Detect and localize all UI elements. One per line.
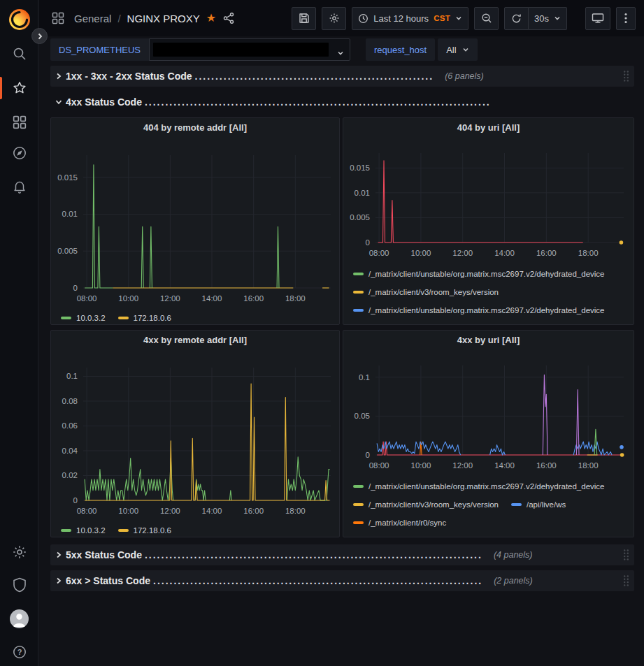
series-line [490,445,506,456]
grafana-dashboard: { "header": { "breadcrumb": { "section":… [0,0,644,666]
y-axis-tick: 0.015 [350,164,370,172]
y-axis-tick: 0.02 [62,471,78,479]
legend-item[interactable]: /_matrix/client/r0/sync [353,514,446,532]
sidebar-expand-button[interactable] [31,28,48,44]
legend-item[interactable]: /_matrix/client/v3/room_keys/version [353,283,499,301]
sidebar-item-configuration[interactable] [0,538,38,566]
dashboard-settings-button[interactable] [322,7,346,30]
sidebar-item-profile[interactable] [0,605,38,632]
drag-handle-icon [622,549,630,561]
gear-icon [329,13,340,24]
y-axis-tick: 0.05 [355,412,370,420]
zoom-out-icon [481,13,492,24]
chevron-right-icon [55,577,63,585]
chevron-down-icon [455,15,462,22]
chevron-right-icon [36,33,43,40]
request-host-value: All [446,45,456,55]
refresh-button[interactable] [504,7,529,30]
series-line [287,457,329,500]
x-axis-tick: 12:00 [452,249,473,257]
legend-swatch [511,503,522,506]
panel-legend: /_matrix/client/unstable/org.matrix.msc2… [343,477,634,537]
configuration-gear-icon [12,544,27,560]
legend-item[interactable]: /sw.js [511,319,546,325]
top-navbar: General / NGINX PROXY ★ Last 12 hours CS… [39,0,644,36]
refresh-interval-dropdown[interactable]: 30s [529,7,567,30]
request-host-variable-select[interactable]: All [438,38,477,61]
row-5xx[interactable]: 5xx Status Code ........................… [50,544,634,565]
legend-item[interactable]: /_matrix/client/unstable/org.matrix.msc2… [353,265,605,283]
grafana-logo-icon [9,9,30,30]
row-drag-handle[interactable] [622,574,630,587]
dashboard-title[interactable]: NGINX PROXY [127,13,200,24]
tv-mode-button[interactable] [585,7,610,30]
row-4xx[interactable]: 4xx Status Code ........................… [50,92,634,112]
time-range-label: Last 12 hours [373,13,429,24]
sidebar-item-alerting[interactable] [0,173,38,201]
y-axis-tick: 0.005 [57,247,78,255]
svg-text:?: ? [17,648,22,656]
legend-item[interactable]: 172.18.0.6 [118,523,171,537]
x-axis-tick: 10:00 [411,249,431,257]
series-line [141,226,143,288]
series-line [85,165,113,288]
share-icon[interactable] [222,12,235,24]
legend-swatch [353,485,364,488]
chevron-down-icon [462,46,469,53]
panel-legend: /_matrix/client/unstable/org.matrix.msc2… [343,265,634,325]
panel-title[interactable]: 4xx by uri [All] [343,331,634,350]
save-dashboard-button[interactable] [292,7,316,30]
legend-item[interactable]: 10.0.3.2 [61,523,106,537]
chevron-down-icon [55,98,63,106]
redacted-value [153,43,329,57]
legend-item[interactable]: /_matrix/client/v3/room_keys/version [353,319,499,325]
panel-4xx-by-remote-addr: 4xx by remote addr [All] 08:0010:0012:00… [50,330,340,537]
help-icon: ? [12,644,27,660]
alerting-bell-icon [12,179,27,194]
row-panel-count: (4 panels) [494,550,533,560]
legend-item[interactable]: /_matrix/client/unstable/org.matrix.msc2… [353,477,605,495]
panel-title[interactable]: 4xx by remote addr [All] [51,331,339,350]
legend-item[interactable]: /_matrix/client/v3/room_keys/version [353,495,499,514]
sidebar-item-explore[interactable] [0,139,38,167]
series-point [620,453,624,457]
sidebar-item-dashboards[interactable] [0,108,38,136]
x-axis-tick: 10:00 [118,507,138,515]
legend-item[interactable]: /_matrix/client/unstable/org.matrix.msc2… [353,532,605,537]
row-6xx[interactable]: 6xx > Status Code ......................… [50,570,634,591]
grafana-logo[interactable] [0,6,38,34]
row-drag-handle[interactable] [622,549,630,561]
zoom-out-time-button[interactable] [474,7,499,30]
legend-item[interactable]: /_matrix/client/unstable/org.matrix.msc2… [353,301,605,319]
legend-swatch [353,521,364,524]
series-point [620,445,624,449]
time-range-picker[interactable]: Last 12 hours CST [352,7,468,30]
favorite-star-icon[interactable]: ★ [206,13,216,24]
request-host-variable-label: request_host [366,38,435,61]
x-axis-tick: 14:00 [494,461,515,470]
datasource-variable-select[interactable] [149,38,350,61]
y-axis-tick: 0.08 [62,397,78,405]
apps-grid-icon [52,12,64,24]
sidebar-item-server-admin[interactable] [0,571,38,599]
chart-4xx-by-uri: 08:0010:0012:0014:0016:0018:0000.050.1 [343,350,632,476]
row-1xx-3xx-2xx[interactable]: 1xx - 3xx - 2xx Status Code ............… [50,66,634,87]
x-axis-tick: 10:00 [411,461,431,470]
panel-title[interactable]: 404 by remote addr [All] [51,118,339,138]
sidebar-item-search[interactable] [0,40,38,68]
sidebar-item-starred[interactable] [0,74,38,102]
series-line [150,226,152,288]
more-options-button[interactable] [616,7,636,30]
legend-item[interactable]: 172.18.0.6 [118,311,171,325]
legend-item[interactable]: /api/live/ws [511,495,566,514]
y-axis-tick: 0.1 [359,373,370,382]
x-axis-tick: 18:00 [285,294,306,303]
panel-title[interactable]: 404 by uri [All] [343,118,634,138]
legend-item[interactable]: 10.0.3.2 [61,311,106,325]
sidebar-item-help[interactable]: ? [0,638,38,666]
breadcrumb-section[interactable]: General [74,13,111,24]
row-drag-handle[interactable] [622,70,630,82]
legend-swatch [353,273,364,275]
row-title: 6xx > Status Code [66,575,150,586]
legend-label: /_matrix/client/unstable/org.matrix.msc2… [368,532,605,537]
